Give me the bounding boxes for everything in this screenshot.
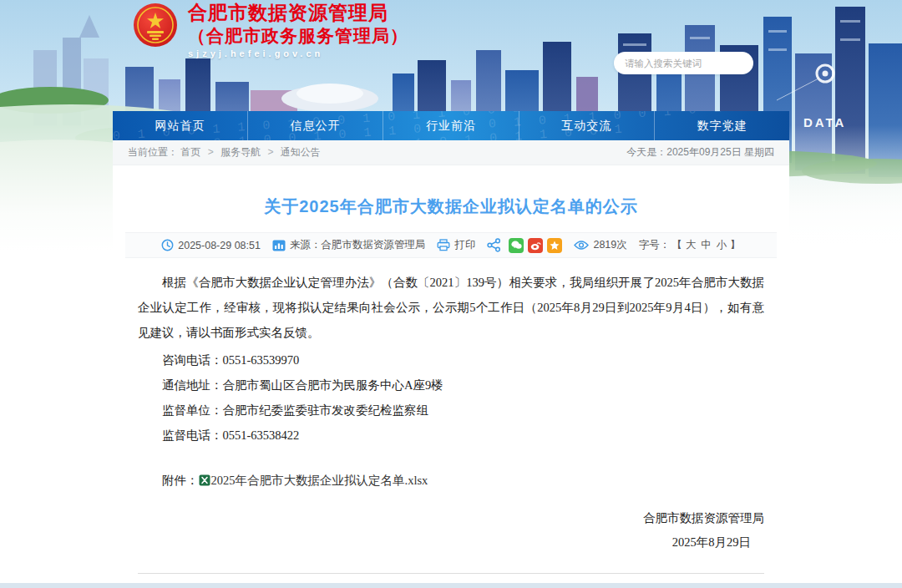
article-bottom-divider [138, 573, 764, 574]
fontsize-label: 字号： [639, 238, 671, 252]
search-box[interactable] [614, 52, 753, 74]
clock-icon [161, 239, 174, 251]
share-group [487, 238, 562, 253]
nav-item-digital-party[interactable]: 数字党建 [655, 111, 789, 140]
search-input[interactable] [625, 58, 753, 68]
view-count: 2819次 [574, 238, 626, 252]
fontsize-control: 字号： 【 大 中 小 】 [639, 238, 741, 252]
fontsize-bracket: 【 [671, 238, 682, 252]
publish-time: 2025-08-29 08:51 [161, 239, 261, 251]
site-header: 合肥市数据资源管理局 （合肥市政务服务管理局） sjzyj.hefei.gov.… [113, 0, 789, 111]
breadcrumb-prefix: 当前位置： [128, 146, 178, 158]
site-title-line2: （合肥市政务服务管理局） [188, 24, 408, 47]
site-brand: 合肥市数据资源管理局 （合肥市政务服务管理局） sjzyj.hefei.gov.… [188, 2, 408, 59]
share-weibo-icon[interactable] [528, 238, 543, 253]
breadcrumb-service-nav[interactable]: 服务导航 [220, 146, 261, 158]
breadcrumb-bar: 当前位置： 首页 > 服务导航 > 通知公告 今天是：2025年09月25日 星… [113, 140, 789, 165]
article-title: 关于2025年合肥市大数据企业拟认定名单的公示 [113, 195, 789, 218]
article-card: 关于2025年合肥市大数据企业拟认定名单的公示 2025-08-29 08:51… [113, 165, 789, 583]
nav-label: 信息公开 [291, 119, 341, 134]
nav-item-home[interactable]: 网站首页 [113, 111, 248, 140]
eye-icon [574, 240, 589, 251]
fontsize-large-button[interactable]: 大 [686, 238, 697, 252]
signature-block: 合肥市数据资源管理局 2025年8月29日 [138, 506, 764, 555]
consult-phone-line: 咨询电话：0551-63539970 [138, 348, 764, 373]
nav-item-industry-frontier[interactable]: 行业前沿 [383, 111, 519, 140]
fontsize-small-button[interactable]: 小 [717, 238, 727, 252]
footer-strip [0, 583, 902, 588]
attachment-link[interactable]: 2025年合肥市大数据企业拟认定名单.xlsx [211, 474, 428, 487]
attachment-label: 附件： [162, 474, 199, 487]
breadcrumb-notices[interactable]: 通知公告 [281, 146, 321, 158]
nav-label: 行业前沿 [426, 119, 476, 134]
share-icon[interactable] [487, 238, 501, 252]
nav-label: 数字党建 [697, 119, 747, 134]
nav-item-interaction[interactable]: 互动交流 [519, 111, 655, 140]
national-emblem-icon [133, 3, 178, 48]
supervise-phone-line: 监督电话：0551-63538422 [138, 423, 764, 448]
signature-org: 合肥市数据资源管理局 [138, 506, 764, 530]
mail-address-line: 通信地址：合肥市蜀山区合肥市为民服务中心A座9楼 [138, 373, 764, 398]
site-url-caption: sjzyj.hefei.gov.cn [188, 48, 408, 59]
fontsize-medium-button[interactable]: 中 [701, 238, 712, 252]
today-date: 今天是：2025年09月25日 星期四 [626, 145, 774, 160]
site-title-line1: 合肥市数据资源管理局 [188, 2, 408, 24]
fontsize-bracket: 】 [730, 238, 741, 252]
article-meta-bar: 2025-08-29 08:51 来源：合肥市数据资源管理局 打印 [125, 232, 777, 258]
print-button[interactable]: 打印 [437, 238, 475, 252]
article-paragraph: 根据《合肥市大数据企业认定管理办法》（合数〔2021〕139号）相关要求，我局组… [138, 270, 764, 345]
supervise-unit-line: 监督单位：合肥市纪委监委驻市发改委纪检监察组 [138, 398, 764, 423]
article-body: 根据《合肥市大数据企业认定管理办法》（合数〔2021〕139号）相关要求，我局组… [113, 258, 789, 555]
share-wechat-icon[interactable] [509, 238, 524, 253]
nav-label: 互动交流 [561, 119, 611, 134]
printer-icon[interactable] [437, 239, 450, 251]
share-qzone-icon[interactable] [547, 238, 562, 253]
view-count-text: 2819次 [593, 238, 626, 252]
attachment-row: 附件： 2025年合肥市大数据企业拟认定名单.xlsx [138, 469, 764, 491]
excel-file-icon [199, 474, 210, 486]
breadcrumb-separator: > [208, 146, 214, 158]
article-source-text: 来源：合肥市数据资源管理局 [290, 238, 426, 252]
nav-label: 网站首页 [155, 119, 205, 134]
publish-time-text: 2025-08-29 08:51 [178, 240, 261, 251]
signature-date: 2025年8月29日 [138, 530, 764, 555]
breadcrumb: 当前位置： 首页 > 服务导航 > 通知公告 [128, 145, 321, 160]
print-label[interactable]: 打印 [454, 238, 475, 252]
source-icon [272, 240, 286, 251]
nav-item-info-disclosure[interactable]: 信息公开 [248, 111, 383, 140]
primary-nav: 0 1 0 0 1 1 0 1 0 0 1 0 1 1 0 0 1 0 1 0 … [113, 111, 789, 140]
breadcrumb-home[interactable]: 首页 [180, 146, 200, 158]
breadcrumb-separator: > [267, 146, 273, 158]
article-source: 来源：合肥市数据资源管理局 [272, 238, 426, 252]
